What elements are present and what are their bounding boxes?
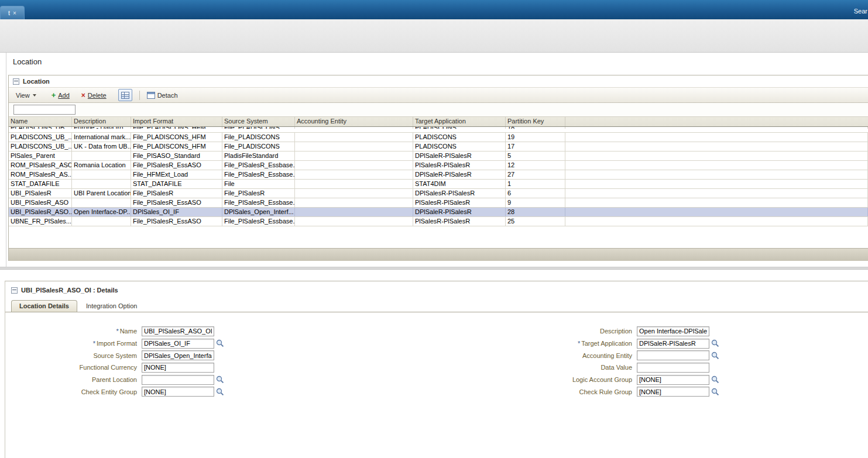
form-field: Source System: [5, 349, 263, 361]
cell-accounting-entity: [295, 127, 413, 129]
search-link[interactable]: Sear: [854, 8, 867, 15]
query-by-example-icon: [121, 92, 129, 99]
add-button[interactable]: + Add: [52, 91, 70, 99]
table-row[interactable]: ROM_PlSalesR_AS... File_HFMExt_Load File…: [9, 170, 868, 180]
field-label: Check Entity Group: [5, 388, 137, 395]
lookup-icon[interactable]: [711, 388, 719, 396]
field-input[interactable]: [142, 339, 214, 349]
cell-target-application: PlSalesR-PlSalesR: [413, 161, 506, 170]
cell-filler: [565, 180, 868, 188]
field-label: Check Rule Group: [500, 388, 632, 395]
cell-description: International mark...: [72, 133, 131, 142]
delete-label: Delete: [88, 92, 107, 99]
tab-close-icon[interactable]: ×: [13, 10, 16, 16]
required-asterisk: *: [93, 340, 95, 347]
left-splitter[interactable]: [6, 53, 6, 267]
cell-partition-key: 12: [506, 161, 565, 170]
cell-source-system: File_PlSalesR_Essbase...: [222, 161, 295, 170]
cell-description: UBI Parent Location: [72, 189, 131, 198]
cell-accounting-entity: [295, 170, 413, 179]
detach-icon: [147, 92, 155, 99]
table-row[interactable]: PLADISCONS_UB_... International mark... …: [9, 133, 868, 142]
cell-accounting-entity: [295, 133, 413, 142]
table-row[interactable]: UBI_PlSalesR UBI Parent Location File_Pl…: [9, 189, 868, 198]
column-header-source-system[interactable]: Source System: [222, 117, 295, 126]
column-header-target-application[interactable]: Target Application: [413, 117, 506, 126]
cell-description: Open Interface-DP...: [72, 208, 131, 216]
cell-source-system: File_PLADISCONS: [222, 127, 295, 129]
tab-label: Location Details: [19, 302, 69, 309]
field-label: Logic Account Group: [500, 376, 632, 383]
table-row[interactable]: PLADISCONS_UB_... Europe - Data fro... F…: [9, 127, 868, 133]
lookup-icon[interactable]: [216, 388, 224, 396]
cell-import-format: DPlSales_OI_IF: [131, 208, 222, 216]
field-input[interactable]: [142, 387, 214, 397]
details-panel-title: UBI_PlSalesR_ASO_OI : Details: [21, 287, 118, 294]
column-header-accounting-entity[interactable]: Accounting Entity: [295, 117, 413, 126]
view-menu-button[interactable]: View: [16, 92, 36, 99]
table-row[interactable]: ROM_PlSalesR_ASO Romania Location File_P…: [9, 161, 868, 170]
lookup-icon[interactable]: [216, 376, 224, 384]
collapse-icon[interactable]: [13, 78, 19, 85]
field-input[interactable]: [637, 387, 709, 397]
cell-target-application: PLADISCONS: [413, 127, 506, 129]
cell-source-system: File_PlSalesR_Essbase...: [222, 170, 295, 179]
field-input[interactable]: [142, 326, 214, 336]
field-input[interactable]: [637, 363, 709, 373]
cell-target-application: PlSalesR-PlSalesR: [413, 217, 506, 226]
filter-row: [9, 103, 868, 117]
table-row[interactable]: UBI_PlSalesR_ASO File_PlSalesR_EssASO Fi…: [9, 198, 868, 208]
table-row[interactable]: PLADISCONS_UB_... UK - Data from UB... F…: [9, 142, 868, 151]
detach-button[interactable]: Detach: [147, 92, 178, 99]
cell-accounting-entity: [295, 208, 413, 216]
column-header-description[interactable]: Description: [72, 117, 131, 126]
cell-source-system: File_PlSalesR_Essbase...: [222, 198, 295, 207]
lookup-icon[interactable]: [216, 339, 224, 347]
delete-button[interactable]: × Delete: [81, 92, 107, 99]
field-input[interactable]: [637, 326, 709, 336]
table-row[interactable]: STAT_DATAFILE STAT_DATAFILE File STAT4DI…: [9, 180, 868, 189]
horizontal-splitter[interactable]: [0, 267, 868, 270]
open-document-tab[interactable]: t ×: [0, 6, 25, 19]
cell-filler: [565, 151, 868, 160]
cell-source-system: File: [222, 180, 295, 188]
details-tab[interactable]: Location Details: [11, 300, 77, 312]
field-input[interactable]: [637, 339, 709, 349]
cell-import-format: STAT_DATAFILE: [131, 180, 222, 188]
collapse-icon[interactable]: [11, 287, 18, 294]
cell-source-system: PladisFileStandard: [222, 151, 295, 160]
field-input[interactable]: [142, 350, 214, 360]
cell-filler: [565, 198, 868, 207]
cell-description: [72, 198, 131, 207]
chevron-down-icon: [33, 94, 36, 97]
cell-import-format: File_PLADISCONS_HFM: [131, 127, 222, 129]
cell-accounting-entity: [295, 217, 413, 226]
field-input[interactable]: [142, 363, 214, 373]
column-header-name[interactable]: Name: [9, 117, 72, 126]
lookup-icon[interactable]: [711, 376, 719, 384]
cell-name: UBI_PlSalesR_ASO...: [9, 208, 72, 216]
column-header-import-format[interactable]: Import Format: [131, 117, 222, 126]
field-input[interactable]: [142, 375, 214, 385]
field-label: Parent Location: [5, 376, 137, 383]
field-input[interactable]: [637, 375, 709, 385]
cell-name: PLADISCONS_UB_...: [9, 142, 72, 151]
name-filter-input[interactable]: [13, 105, 76, 115]
cell-import-format: File_PlSASO_Standard: [131, 151, 222, 160]
table-row[interactable]: PlSales_Parent File_PlSASO_Standard Plad…: [9, 151, 868, 161]
cell-description: [72, 170, 131, 179]
details-tab-bar: Location Details Integration Option: [5, 298, 868, 312]
table-row[interactable]: UBI_PlSalesR_ASO... Open Interface-DP...…: [9, 208, 868, 217]
query-by-example-toggle[interactable]: [118, 89, 132, 101]
cell-partition-key: 1: [506, 180, 565, 188]
grid-empty-space: [9, 226, 868, 248]
cell-source-system: DPlSales_Open_Interf...: [222, 208, 295, 216]
cell-partition-key: 28: [506, 208, 565, 216]
details-tab[interactable]: Integration Option: [78, 301, 145, 312]
column-header-partition-key[interactable]: Partition Key: [506, 117, 565, 126]
lookup-icon[interactable]: [711, 352, 719, 360]
lookup-icon[interactable]: [711, 339, 719, 347]
table-row[interactable]: UBNE_FR_PlSales... File_PlSalesR_EssASO …: [9, 217, 868, 226]
cell-filler: [565, 142, 868, 151]
field-input[interactable]: [637, 350, 709, 360]
